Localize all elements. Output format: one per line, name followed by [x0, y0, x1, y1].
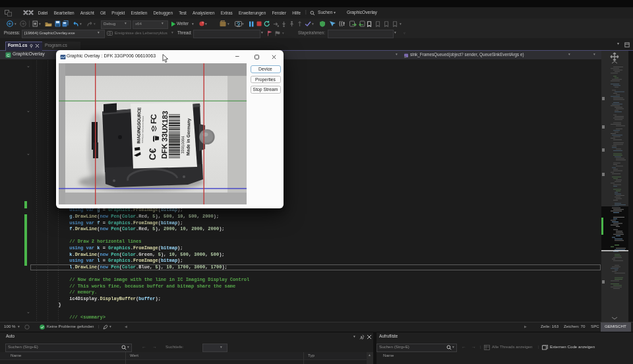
svg-text:DFK 33UX183: DFK 33UX183 — [160, 111, 169, 159]
svg-text:C€: C€ — [147, 148, 158, 160]
svg-text:33910094: 33910094 — [181, 136, 185, 154]
svg-text:FC: FC — [149, 113, 158, 124]
svg-text:IMAGINGSOURCE: IMAGINGSOURCE — [136, 107, 142, 144]
svg-text:C: C — [7, 53, 10, 57]
